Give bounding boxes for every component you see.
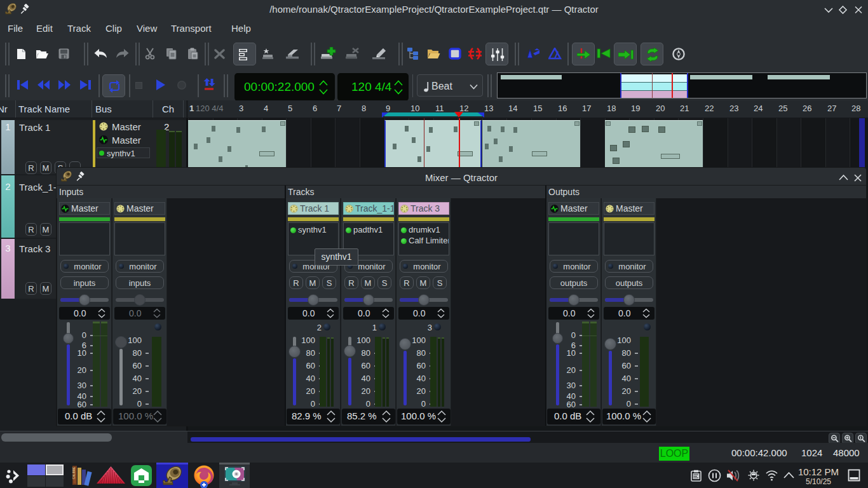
svg-text:CALIBRE: CALIBRE (72, 467, 76, 479)
